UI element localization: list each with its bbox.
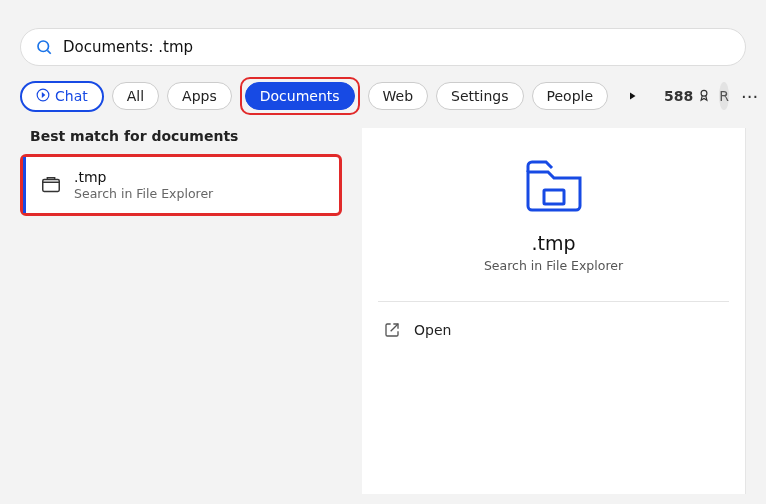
points-count: 588: [664, 88, 693, 104]
svg-point-3: [701, 90, 707, 96]
divider: [378, 301, 729, 302]
filter-all[interactable]: All: [112, 82, 159, 110]
search-icon: [35, 38, 53, 56]
open-action[interactable]: Open: [376, 316, 731, 344]
file-explorer-icon: [40, 174, 62, 196]
filter-web[interactable]: Web: [368, 82, 429, 110]
result-item-highlight: .tmp Search in File Explorer: [20, 154, 342, 216]
svg-rect-5: [544, 190, 564, 204]
avatar[interactable]: R: [719, 82, 729, 110]
result-subtitle: Search in File Explorer: [74, 186, 213, 201]
folder-search-icon: [376, 158, 731, 214]
rewards-points[interactable]: 588: [664, 88, 711, 105]
more-filters-arrow-icon[interactable]: [616, 81, 648, 112]
more-icon[interactable]: ···: [737, 86, 762, 107]
preview-title: .tmp: [376, 232, 731, 254]
preview-panel: .tmp Search in File Explorer Open: [362, 128, 746, 494]
open-label: Open: [414, 322, 451, 338]
chat-label: Chat: [55, 88, 88, 104]
result-text: .tmp Search in File Explorer: [74, 169, 213, 201]
svg-point-0: [38, 41, 49, 52]
result-title: .tmp: [74, 169, 213, 185]
filters-row: Chat All Apps Documents Web Settings Peo…: [20, 78, 746, 114]
result-item[interactable]: .tmp Search in File Explorer: [23, 157, 339, 213]
filter-documents[interactable]: Documents: [245, 82, 355, 110]
medal-icon: [697, 88, 711, 105]
content: Best match for documents .tmp Search in …: [0, 128, 766, 494]
best-match-heading: Best match for documents: [30, 128, 352, 144]
bing-chat-icon: [36, 88, 50, 105]
filter-settings[interactable]: Settings: [436, 82, 523, 110]
filter-people[interactable]: People: [532, 82, 609, 110]
svg-line-1: [47, 50, 50, 53]
search-bar[interactable]: [20, 28, 746, 66]
preview-subtitle: Search in File Explorer: [376, 258, 731, 273]
filter-apps[interactable]: Apps: [167, 82, 232, 110]
chat-pill[interactable]: Chat: [20, 81, 104, 112]
filter-documents-highlight: Documents: [240, 77, 360, 115]
open-icon: [384, 322, 400, 338]
results-column: Best match for documents .tmp Search in …: [0, 128, 352, 494]
svg-rect-4: [43, 180, 60, 192]
search-input[interactable]: [63, 38, 731, 56]
